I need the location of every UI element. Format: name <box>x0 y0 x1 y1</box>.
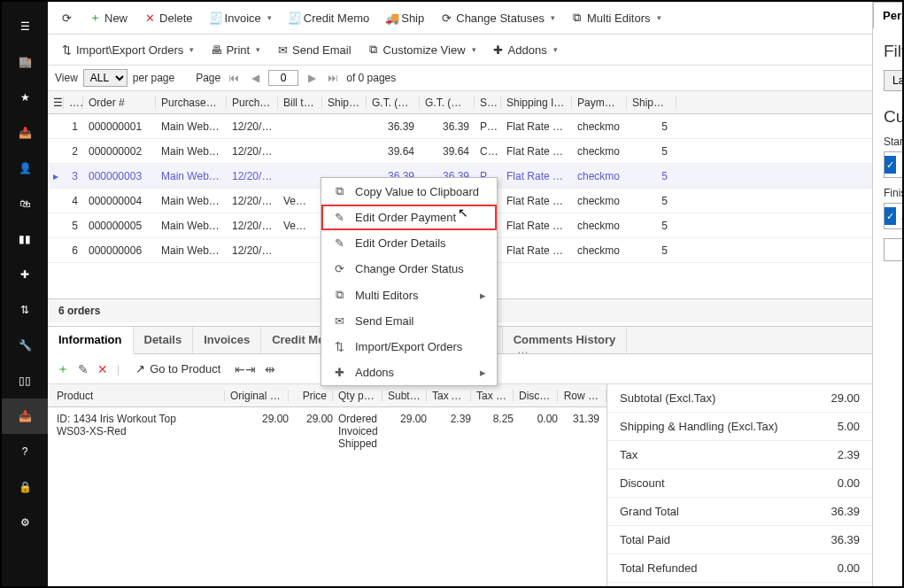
ship-button[interactable]: 🚚Ship <box>380 9 429 27</box>
print-icon: 🖶 <box>210 43 222 57</box>
col-shipping-info[interactable]: Shipping I… <box>501 97 572 109</box>
col-ship-to[interactable]: Ship … <box>322 97 367 109</box>
pcol-subtotal[interactable]: Subto… <box>382 390 427 402</box>
pcol-price[interactable]: Price <box>289 390 333 402</box>
tab-information[interactable]: Information <box>48 327 134 354</box>
table-row[interactable]: 2000000002Main Websit…12/20/2…39.6439.64… <box>48 139 872 164</box>
view-label: View <box>55 72 78 84</box>
cm-send-email[interactable]: ✉Send Email <box>321 308 497 334</box>
col-status[interactable]: S… <box>475 97 501 109</box>
pcol-orig-price[interactable]: Original Pri… <box>225 390 289 402</box>
pager: View ALL per page Page ⏮ ◀ ▶ ⏭ of 0 page… <box>48 66 872 91</box>
detail-split-button[interactable]: ⇹ <box>265 362 275 376</box>
cm-edit-order-payment[interactable]: ✎Edit Order Payment <box>321 205 497 230</box>
cm-copy-value[interactable]: ⧉Copy Value to Clipboard <box>321 178 497 205</box>
pcol-tax-pct[interactable]: Tax P… <box>471 390 514 402</box>
cm-import-export[interactable]: ⇅Import/Export Orders <box>321 334 497 360</box>
menu-icon[interactable]: ☰ <box>2 9 48 44</box>
last-page-button[interactable]: ⏭ <box>325 70 341 86</box>
send-email-button[interactable]: ✉Send Email <box>271 41 356 59</box>
help-icon[interactable]: ? <box>2 434 48 469</box>
cm-addons[interactable]: ✚Addons <box>321 360 497 385</box>
change-statuses-button[interactable]: ⟳Change Statuses <box>435 9 560 27</box>
col-index[interactable]: … <box>64 97 83 109</box>
import-export-label: Import\Export Orders <box>76 43 183 57</box>
start-date-input[interactable] <box>896 156 904 174</box>
multi-editors-button[interactable]: ⧉Multi Editors <box>566 8 667 27</box>
tab-invoices[interactable]: Invoices <box>193 327 261 353</box>
finish-date-field[interactable]: ✓ 📅 <box>884 203 904 229</box>
col-order[interactable]: Order # <box>83 97 156 109</box>
puzzle-icon[interactable]: ✚ <box>2 257 48 292</box>
col-payment[interactable]: Payme… <box>572 97 627 109</box>
start-date-label: Start date: <box>884 135 904 148</box>
bag-icon[interactable]: 🛍 <box>2 186 48 221</box>
detail-collapse-button[interactable]: ⇤⇥ <box>235 362 256 376</box>
prev-page-button[interactable]: ◀ <box>247 70 263 86</box>
time-period-select[interactable]: Last 7 days <box>884 70 904 91</box>
delete-button[interactable]: ✕Delete <box>138 9 198 27</box>
invoice-button[interactable]: 🧾Invoice <box>204 9 277 27</box>
chart-icon[interactable]: ▮▮ <box>2 221 48 257</box>
first-page-button[interactable]: ⏮ <box>226 70 242 86</box>
qty-invoiced: Invoiced <box>338 425 382 437</box>
start-date-field[interactable]: ✓ 📅 <box>884 151 904 178</box>
goto-product-button[interactable]: ↗Go to Product <box>128 360 226 378</box>
swap-icon[interactable]: ⇅ <box>2 292 48 328</box>
pcol-row-total[interactable]: Row … <box>558 390 607 402</box>
tab-details[interactable]: Details <box>134 327 194 353</box>
col-gt-base[interactable]: G.T. (Base) <box>367 97 420 109</box>
lock-icon[interactable]: 🔒 <box>2 469 48 505</box>
store-icon[interactable]: 🏬 <box>2 44 48 80</box>
gear-icon[interactable]: ⚙ <box>2 505 48 540</box>
user-icon[interactable]: 👤 <box>2 151 48 186</box>
rp-tab-period[interactable]: Period <box>873 2 904 29</box>
new-button[interactable]: ＋New <box>83 7 133 28</box>
pcol-qty[interactable]: Qty p… <box>333 390 382 402</box>
col-shipping-method[interactable]: Shippin… <box>627 97 676 109</box>
detail-delete-button[interactable]: ✕ <box>97 362 108 376</box>
detail-add-button[interactable]: ＋ <box>57 361 69 377</box>
product-row-total: 31.39 <box>558 413 607 425</box>
finish-date-input[interactable] <box>896 207 904 225</box>
detail-edit-button[interactable]: ✎ <box>78 362 89 376</box>
col-purchased-date[interactable]: Purch… <box>227 97 278 109</box>
total-paid-value: 36.39 <box>831 533 860 546</box>
cm-change-order-status[interactable]: ⟳Change Order Status <box>321 256 497 282</box>
refresh-button[interactable]: ⟳ <box>55 9 78 27</box>
cancel-button[interactable]: ▾Cancel <box>884 238 904 261</box>
table-row[interactable]: 1000000001Main Websit…12/20/2…36.3936.39… <box>48 114 872 139</box>
start-date-check-icon[interactable]: ✓ <box>885 156 896 174</box>
import-export-button[interactable]: ⇅Import\Export Orders <box>55 41 199 59</box>
discount-value: 0.00 <box>838 476 860 490</box>
customize-view-button[interactable]: ⧉Customize View <box>362 40 482 59</box>
custom-period-title: Custom Period <box>884 107 904 127</box>
addons-button[interactable]: ✚Addons <box>487 41 563 59</box>
cm-multi-editors[interactable]: ⧉Multi Editors <box>321 282 497 308</box>
discount-label: Discount <box>620 476 665 490</box>
change-status-icon: ⟳ <box>332 262 346 275</box>
cm-edit-order-details[interactable]: ✎Edit Order Details <box>321 230 497 256</box>
page-input[interactable] <box>268 70 298 86</box>
print-button[interactable]: 🖶Print <box>205 41 266 59</box>
orders-icon[interactable]: 📥 <box>2 398 48 434</box>
shipping-value: 5.00 <box>838 420 860 433</box>
finish-date-check-icon[interactable]: ✓ <box>885 207 896 225</box>
next-page-button[interactable]: ▶ <box>304 70 320 86</box>
subtotal-label: Subtotal (Excl.Tax) <box>620 391 715 405</box>
per-page-select[interactable]: ALL <box>83 69 127 87</box>
col-bill-to[interactable]: Bill t… <box>278 97 322 109</box>
product-row[interactable]: ID: 1434 Iris Workout Top WS03-XS-Red 29… <box>48 407 607 455</box>
sidebar: ☰ 🏬 ★ 📥 👤 🛍 ▮▮ ✚ ⇅ 🔧 ▯▯ 📥 ? 🔒 ⚙ <box>2 2 48 586</box>
col-purchased-on[interactable]: Purchased … <box>156 97 227 109</box>
wrench-icon[interactable]: 🔧 <box>2 328 48 363</box>
layers-icon[interactable]: ▯▯ <box>2 363 48 398</box>
col-gt-purc[interactable]: G.T. (Purc… <box>420 97 475 109</box>
pcol-product[interactable]: Product <box>48 390 225 402</box>
col-select[interactable]: ☰ <box>48 97 64 109</box>
inbox-icon[interactable]: 📥 <box>2 115 48 151</box>
credit-memo-button[interactable]: 🧾Credit Memo <box>282 9 375 27</box>
pcol-tax-amt[interactable]: Tax A… <box>427 390 471 402</box>
pcol-discount[interactable]: Disco… <box>514 390 558 402</box>
star-icon[interactable]: ★ <box>2 80 48 115</box>
